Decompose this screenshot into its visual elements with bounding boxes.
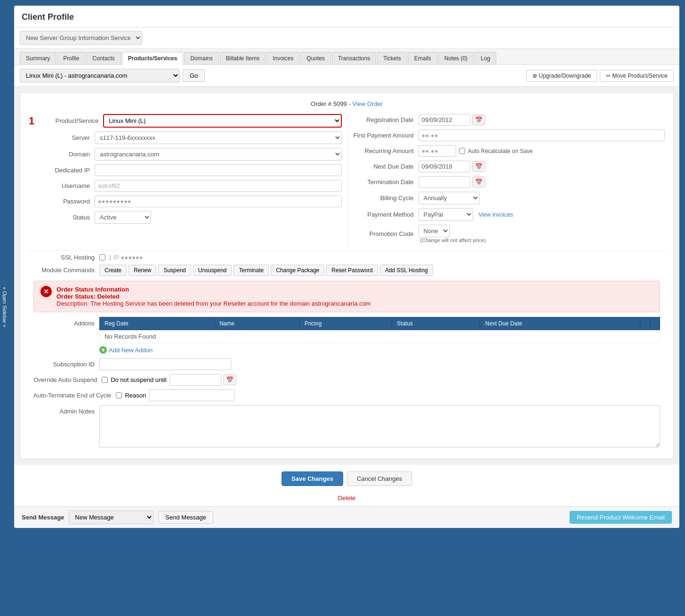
dedicated-ip-label: Dedicated IP: [29, 167, 95, 174]
tab-contacts[interactable]: Contacts: [86, 52, 121, 65]
domain-select[interactable]: astrograncanaria.com: [95, 148, 342, 161]
add-addon-icon: +: [99, 346, 107, 354]
move-icon: ✂: [606, 73, 611, 79]
dedicated-ip-input[interactable]: [95, 164, 342, 176]
next-due-date-input[interactable]: [419, 161, 470, 172]
module-commands: Create Renew Suspend Unsuspend Terminate…: [99, 265, 433, 276]
tab-emails[interactable]: Emails: [408, 52, 437, 65]
auto-recalculate-checkbox[interactable]: [459, 148, 465, 154]
password-label: Password: [29, 198, 95, 205]
col-pricing: Pricing: [299, 317, 392, 330]
col-action-2: [650, 317, 660, 330]
upgrade-downgrade-button[interactable]: ⊕ Upgrade/Downgrade: [526, 70, 597, 82]
module-btn-reset-password[interactable]: Reset Password: [326, 265, 378, 276]
tab-profile[interactable]: Profile: [57, 52, 85, 65]
calendar-icon-term[interactable]: 📅: [472, 177, 485, 187]
action-buttons-area: Save Changes Cancel Changes: [14, 465, 679, 493]
module-btn-renew[interactable]: Renew: [129, 265, 156, 276]
promo-note: (Change will not affect price): [420, 237, 486, 243]
subscription-id-input[interactable]: [99, 358, 231, 370]
billing-cycle-label: Billing Cycle: [353, 195, 419, 202]
recurring-amount-input[interactable]: [419, 145, 456, 157]
nav-tabs: Summary Profile Contacts Products/Servic…: [14, 49, 679, 65]
module-btn-change-package[interactable]: Change Package: [271, 265, 324, 276]
view-order-link[interactable]: View Order: [352, 100, 383, 107]
alert-error-icon: ✕: [40, 286, 52, 297]
billing-cycle-select[interactable]: Monthly Quarterly Semi-Annually Annually…: [419, 192, 480, 204]
subscription-id-label: Subscription ID: [33, 361, 99, 368]
cancel-changes-button[interactable]: Cancel Changes: [347, 471, 412, 486]
calendar-icon-suspend[interactable]: 📅: [223, 374, 236, 385]
first-payment-input[interactable]: [419, 130, 665, 141]
tab-billable-items[interactable]: Billable Items: [220, 52, 266, 65]
admin-notes-label: Admin Notes: [33, 405, 99, 415]
go-button[interactable]: Go: [183, 69, 205, 82]
next-due-date-label: Next Due Date: [353, 163, 419, 170]
addons-label: Addons: [33, 317, 99, 327]
send-message-label: Send Message: [22, 514, 64, 521]
do-not-suspend-label: Do not suspend until: [111, 376, 167, 383]
tab-transactions[interactable]: Transactions: [332, 52, 376, 65]
col-status: Status: [392, 317, 480, 330]
ssl-hosting-checkbox[interactable]: [99, 254, 105, 260]
calendar-icon-reg[interactable]: 📅: [472, 114, 485, 125]
order-header: Order # 5099 - View Order: [28, 100, 666, 107]
auto-terminate-checkbox[interactable]: [116, 392, 122, 398]
table-row-no-records: No Records Found: [100, 330, 660, 343]
reason-input[interactable]: [149, 389, 234, 401]
module-btn-terminate[interactable]: Terminate: [234, 265, 269, 276]
tab-invoices[interactable]: Invoices: [266, 52, 299, 65]
tab-summary[interactable]: Summary: [20, 52, 56, 65]
auto-terminate-label: Auto-Terminate End of Cycle: [33, 392, 116, 399]
do-not-suspend-date-input[interactable]: [169, 374, 221, 386]
module-btn-create[interactable]: Create: [99, 265, 127, 276]
add-addon-link[interactable]: + Add New Addon: [99, 346, 660, 354]
tab-domains[interactable]: Domains: [184, 52, 218, 65]
status-label: Status: [29, 214, 95, 221]
recurring-amount-label: Recurring Amount: [353, 147, 419, 154]
send-message-button[interactable]: Send Message: [158, 511, 213, 524]
tab-notes[interactable]: Notes (0): [438, 52, 474, 65]
sidebar-tab[interactable]: « Open Sidebar »: [0, 277, 9, 337]
alert-status: Order Status: Deleted: [56, 293, 371, 300]
module-btn-suspend[interactable]: Suspend: [158, 265, 191, 276]
plus-icon: ⊕: [532, 73, 537, 79]
promotion-code-select[interactable]: None: [419, 225, 450, 237]
tab-tickets[interactable]: Tickets: [377, 52, 407, 65]
override-auto-suspend-checkbox[interactable]: [102, 377, 108, 383]
password-input[interactable]: [95, 195, 342, 207]
send-message-select[interactable]: New Message: [69, 511, 153, 524]
registration-date-input[interactable]: [419, 114, 470, 126]
addons-section: Addons Reg Date Name Pricing Status: [33, 317, 660, 354]
view-invoices-link[interactable]: View Invoices: [479, 211, 513, 218]
payment-method-select[interactable]: PayPal Credit Card Bank Transfer: [419, 208, 473, 221]
move-product-button[interactable]: ✂ Move Product/Service: [600, 70, 674, 82]
no-records-cell: No Records Found: [100, 330, 660, 343]
calendar-icon-next[interactable]: 📅: [472, 161, 485, 172]
first-payment-label: First Payment Amount: [353, 132, 419, 139]
domain-label: Domain: [29, 151, 95, 158]
module-btn-add-ssl[interactable]: Add SSL Hosting: [380, 265, 433, 276]
reason-label: Reason: [125, 392, 146, 399]
username-input[interactable]: [95, 180, 342, 192]
override-auto-suspend-label: Override Auto-Suspend: [33, 376, 102, 383]
send-message-bar: Send Message New Message Send Message Re…: [14, 506, 679, 528]
product-service-select[interactable]: Linux Mini (L): [104, 115, 340, 127]
page-title: Client Profile: [14, 6, 679, 27]
tab-log[interactable]: Log: [475, 52, 496, 65]
col-name: Name: [215, 317, 300, 330]
tab-products-services[interactable]: Products/Services: [122, 52, 184, 65]
delete-link[interactable]: Delete: [14, 494, 679, 502]
module-btn-unsuspend[interactable]: Unsuspend: [193, 265, 232, 276]
save-changes-button[interactable]: Save Changes: [282, 471, 343, 486]
admin-notes-textarea[interactable]: [99, 405, 660, 447]
tab-quotes[interactable]: Quotes: [300, 52, 331, 65]
client-select[interactable]: New Server Group Information Services LL…: [20, 31, 142, 45]
promotion-code-label: Promotion Code: [353, 230, 419, 237]
server-select[interactable]: s117-119-6xxxxxxxx: [95, 131, 342, 144]
col-next-due-date: Next Due Date: [480, 317, 640, 330]
termination-date-input[interactable]: [419, 176, 470, 188]
resend-welcome-email-button[interactable]: Resend Product Welcome Email: [570, 511, 672, 524]
status-select[interactable]: Active Pending Suspended Cancelled Termi…: [95, 211, 151, 224]
service-select[interactable]: Linux Mini (L) - astrograncanaria.com: [20, 69, 180, 82]
